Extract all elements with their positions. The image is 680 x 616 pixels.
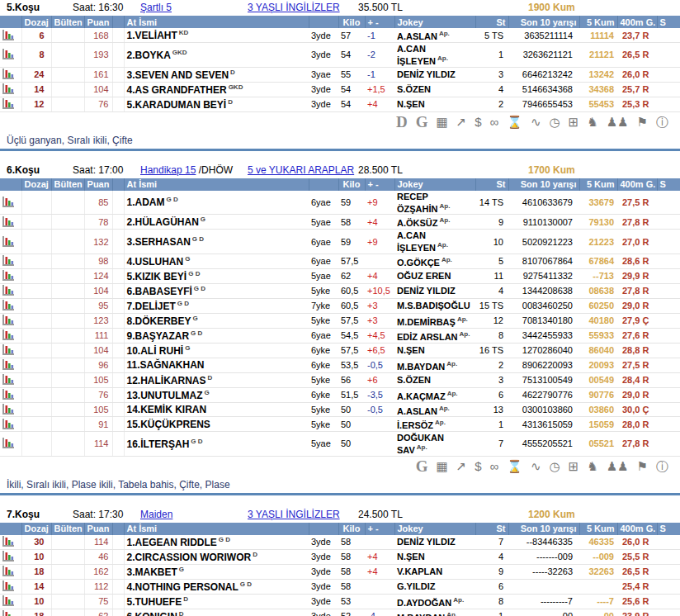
horse-tool-icon[interactable]: ♞ [587, 458, 597, 475]
form-chart-cell[interactable] [0, 535, 21, 550]
stopwatch-tool-icon[interactable]: ◷ [550, 458, 560, 475]
form-chart-icon[interactable] [2, 48, 15, 59]
people-tool-icon[interactable]: ♟♟ [607, 114, 629, 130]
form-chart-cell[interactable] [0, 28, 21, 43]
form-chart-icon[interactable] [2, 314, 15, 325]
form-chart-icon[interactable] [2, 403, 15, 415]
form-chart-cell[interactable] [0, 549, 21, 564]
calculator-tool-icon[interactable]: ⊞ [569, 114, 579, 130]
horse-age: 5yae [309, 268, 338, 283]
bulletin-tool-icon[interactable]: ▦ [436, 114, 447, 130]
form-chart-cell[interactable] [0, 230, 21, 254]
g400-time: 25,7 R [617, 82, 657, 97]
form-chart-icon[interactable] [2, 565, 15, 576]
form-chart-icon[interactable] [2, 373, 15, 385]
info-tool-icon[interactable]: ⓘ [656, 458, 668, 475]
g-tool-icon[interactable]: G [416, 114, 428, 130]
form-chart-icon[interactable] [2, 344, 15, 355]
race-condition-link[interactable]: Maiden [140, 509, 172, 520]
race-condition-link[interactable]: Handikap 15 [140, 164, 196, 176]
form-chart-cell[interactable] [0, 594, 21, 609]
form-chart-cell[interactable] [0, 43, 21, 68]
info-tool-icon[interactable]: ⓘ [656, 114, 668, 130]
form-chart-icon[interactable] [2, 284, 15, 296]
form-chart-cell[interactable] [0, 97, 21, 111]
money-tool-icon[interactable]: $ [475, 114, 481, 130]
form-chart-cell[interactable] [0, 402, 21, 417]
form-chart-cell[interactable] [0, 215, 21, 230]
race-group-link[interactable]: 3 YAŞLI İNGİLİZLER [248, 509, 340, 520]
form-chart-cell[interactable] [0, 67, 21, 82]
stopwatch-tool-icon[interactable]: ◷ [550, 114, 560, 130]
form-chart-icon[interactable] [2, 358, 15, 370]
form-chart-icon[interactable] [2, 388, 15, 400]
hourglass-tool-icon[interactable]: ⌛ [507, 114, 522, 130]
form-chart-icon[interactable] [2, 216, 15, 227]
form-chart-icon[interactable] [2, 580, 15, 591]
form-chart-icon[interactable] [2, 437, 15, 448]
chart-tool-icon[interactable]: ∿ [531, 114, 541, 130]
form-chart-icon[interactable] [2, 235, 15, 247]
form-chart-icon[interactable] [2, 595, 15, 606]
money-tool-icon[interactable]: $ [475, 458, 481, 475]
form-chart-cell[interactable] [0, 268, 21, 283]
puan-value: 62 [84, 609, 112, 616]
trend-tool-icon[interactable]: ↗ [456, 458, 467, 475]
form-chart-icon[interactable] [2, 269, 15, 281]
calculator-tool-icon[interactable]: ⊞ [569, 458, 579, 475]
last10-results [508, 579, 579, 594]
binoculars-tool-icon[interactable]: ∞ [490, 114, 499, 130]
column-header: 400m G. [617, 523, 657, 535]
trend-tool-icon[interactable]: ↗ [456, 114, 467, 130]
horse-tag: G [179, 566, 184, 573]
form-chart-cell[interactable] [0, 82, 21, 97]
form-chart-cell[interactable] [0, 372, 21, 387]
g-tool-icon[interactable]: G [416, 458, 428, 475]
form-chart-cell[interactable] [0, 564, 21, 579]
form-chart-icon[interactable] [2, 29, 15, 40]
form-chart-cell[interactable] [0, 387, 21, 402]
form-chart-icon[interactable] [2, 535, 15, 547]
form-chart-icon[interactable] [2, 97, 15, 109]
form-chart-cell[interactable] [0, 358, 21, 372]
binoculars-tool-icon[interactable]: ∞ [490, 458, 499, 475]
flag-tool-icon[interactable]: ⚑ [637, 458, 648, 475]
race-group-link[interactable]: 3 YAŞLI İNGİLİZLER [248, 2, 340, 13]
race-condition-link[interactable]: Şartlı 5 [140, 2, 172, 13]
form-chart-cell[interactable] [0, 254, 21, 268]
form-chart-cell[interactable] [0, 328, 21, 343]
form-chart-cell[interactable] [0, 283, 21, 298]
d-tool-icon[interactable]: D [396, 114, 408, 130]
form-chart-icon[interactable] [2, 550, 15, 562]
horse-tool-icon[interactable]: ♞ [587, 114, 597, 130]
form-chart-icon[interactable] [2, 196, 15, 207]
form-chart-icon[interactable] [2, 299, 15, 310]
form-chart-cell[interactable] [0, 579, 21, 594]
form-chart-cell[interactable] [0, 343, 21, 358]
form-chart-icon[interactable] [2, 609, 15, 616]
form-chart-cell[interactable] [0, 191, 21, 215]
flag-tool-icon[interactable]: ⚑ [637, 114, 648, 130]
column-header: Jokey [394, 523, 475, 535]
form-chart-icon[interactable] [2, 83, 15, 94]
form-chart-icon[interactable] [2, 68, 15, 79]
last10-results: 3635211114 [508, 28, 579, 43]
bulletin-tool-icon[interactable]: ▦ [436, 458, 447, 475]
form-chart-cell[interactable] [0, 417, 21, 432]
extra-cell [657, 67, 680, 82]
jockey-name-text: A.ASLAN [397, 405, 437, 415]
last5-sand: 86040 [579, 343, 617, 358]
hourglass-tool-icon[interactable]: ⌛ [507, 458, 522, 475]
chart-tool-icon[interactable]: ∿ [531, 458, 541, 475]
form-chart-cell[interactable] [0, 609, 21, 616]
form-chart-icon[interactable] [2, 329, 15, 340]
form-chart-icon[interactable] [2, 418, 15, 429]
dozaj-value [21, 372, 51, 387]
form-chart-cell[interactable] [0, 431, 21, 456]
form-chart-cell[interactable] [0, 313, 21, 328]
horse-row: 141124.NOTHING PERSONALG D3yde58G.YILDIZ… [0, 579, 680, 594]
race-group-link[interactable]: 5 ve YUKARI ARAPLAR [248, 164, 354, 176]
form-chart-icon[interactable] [2, 254, 15, 266]
form-chart-cell[interactable] [0, 298, 21, 313]
people-tool-icon[interactable]: ♟♟ [607, 458, 629, 475]
